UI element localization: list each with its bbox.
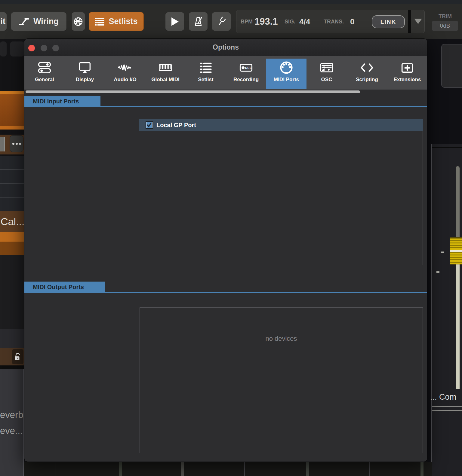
rack-stripe-bottom (0, 126, 24, 130)
unlock-icon (14, 352, 22, 361)
osc-icon (319, 60, 334, 75)
setlists-button-label: Setlists (109, 17, 137, 26)
globe-button[interactable] (71, 12, 85, 31)
left-panel-stub-2 (10, 41, 24, 56)
plugin-item-reverb[interactable]: everb (0, 410, 23, 420)
tab-display[interactable]: Display (65, 59, 105, 89)
wiring-button-label: Wiring (33, 17, 59, 26)
midi-output-ports-label: MIDI Output Ports (33, 284, 84, 291)
midi-output-ports-tab[interactable]: MIDI Output Ports (24, 282, 105, 293)
tab-label: Recording (233, 77, 259, 83)
keyboard-icon (158, 60, 173, 75)
trim-value-text: 0dB (440, 23, 450, 29)
midi-output-ports-list: no devices (140, 307, 423, 453)
more-options-button[interactable] (10, 135, 23, 152)
midi-input-port-row[interactable]: Local GP Port (139, 119, 423, 131)
partial-button[interactable] (0, 137, 5, 151)
tab-general[interactable]: General (24, 59, 65, 89)
rack-control-row (0, 135, 24, 154)
record-icon: REC (238, 60, 254, 75)
fader-tick (436, 271, 439, 273)
left-dark-gap (0, 255, 24, 329)
ellipsis-icon (12, 143, 14, 145)
lock-row (0, 348, 24, 365)
tuning-fork-icon (216, 16, 227, 27)
rackspace-orange-panel (0, 91, 24, 130)
tab-osc[interactable]: OSC (306, 59, 347, 89)
midi-input-ports-label: MIDI Input Ports (33, 98, 79, 105)
plus-box-icon (399, 60, 415, 75)
close-button[interactable] (28, 45, 35, 51)
toggles-icon (37, 60, 52, 75)
right-panel-separator (432, 406, 462, 407)
metronome-icon (193, 16, 204, 27)
bpm-value[interactable]: 193.1 (254, 16, 278, 27)
tab-global-midi[interactable]: Global MIDI (145, 59, 186, 89)
fader-panel-line-light (432, 149, 462, 149)
tab-midi-ports[interactable]: MIDI Ports (266, 59, 306, 89)
midi-din-icon (279, 60, 294, 75)
fader-track-upper (456, 166, 460, 240)
fader-panel-line-dark (432, 147, 462, 148)
tab-setlist[interactable]: Setlist (186, 59, 226, 89)
no-devices-text: no devices (140, 335, 423, 343)
minimize-button[interactable] (41, 45, 47, 51)
plugin-item-reverb-2[interactable]: eve... (0, 426, 23, 436)
chevron-down-icon[interactable] (414, 19, 422, 24)
edit-button-label: it (1, 17, 6, 26)
sig-label: SIG. (285, 19, 295, 25)
midi-input-underline (24, 106, 427, 107)
tab-label: Display (76, 77, 94, 83)
setlists-button[interactable]: Setlists (89, 12, 144, 31)
code-icon (359, 60, 375, 75)
waveform-icon (117, 60, 133, 75)
left-panel-stub-1 (0, 41, 7, 56)
main-toolbar: it Wiring Setlists (0, 4, 462, 39)
metronome-button[interactable] (189, 12, 208, 31)
tuner-button[interactable] (212, 12, 231, 31)
play-button[interactable] (165, 12, 184, 31)
trans-value[interactable]: 0 (350, 17, 354, 26)
panel-divider (408, 10, 411, 33)
bpm-label: BPM (241, 19, 253, 25)
midi-input-ports-tab[interactable]: MIDI Input Ports (24, 96, 100, 107)
rec-text: REC (245, 66, 252, 70)
left-divider (0, 365, 24, 369)
tab-scripting[interactable]: Scripting (347, 59, 387, 89)
options-dialog: Options General Display (24, 38, 427, 462)
trim-value[interactable]: 0dB (432, 21, 458, 31)
tab-extensions[interactable]: Extensions (387, 59, 427, 89)
rack-accent-strip (0, 232, 24, 242)
tab-label: Global MIDI (151, 77, 180, 83)
rackspace-list (0, 156, 24, 211)
window-top-bar (0, 0, 462, 4)
tab-audio-io[interactable]: Audio I/O (105, 59, 145, 89)
port-name: Local GP Port (156, 122, 196, 129)
right-plugin-label[interactable]: ... Com (430, 392, 462, 402)
transport-panel: BPM 193.1 SIG. 4/4 TRANS. 0 LINK (236, 10, 425, 33)
trans-label: TRANS. (324, 19, 344, 25)
fader-tick (441, 252, 444, 253)
edit-button-partial[interactable]: it (0, 12, 7, 31)
tab-recording[interactable]: REC Recording (226, 59, 266, 89)
lock-button[interactable] (12, 349, 23, 364)
rackspace-item-selected[interactable]: Cal... (0, 211, 24, 232)
tab-label: Scripting (356, 77, 378, 83)
rackspace-item-label: Cal... (1, 216, 24, 227)
tab-bar-scrollbar[interactable] (26, 90, 360, 93)
midi-input-ports-list: Local GP Port (139, 119, 423, 265)
trim-label: TRIM (435, 13, 456, 20)
wiring-button[interactable]: Wiring (11, 12, 67, 31)
link-button[interactable]: LINK (372, 15, 405, 28)
fader-handle-line (450, 250, 462, 252)
display-icon (77, 60, 93, 75)
setlists-icon (95, 17, 104, 26)
tab-label: OSC (321, 77, 332, 83)
zoom-button[interactable] (52, 45, 59, 51)
sig-value[interactable]: 4/4 (299, 17, 310, 26)
link-button-label: LINK (380, 19, 396, 25)
right-panel-stub (441, 44, 462, 88)
tab-label: General (35, 77, 54, 83)
port-checkbox[interactable] (146, 121, 153, 129)
dialog-titlebar[interactable]: Options (24, 39, 427, 56)
